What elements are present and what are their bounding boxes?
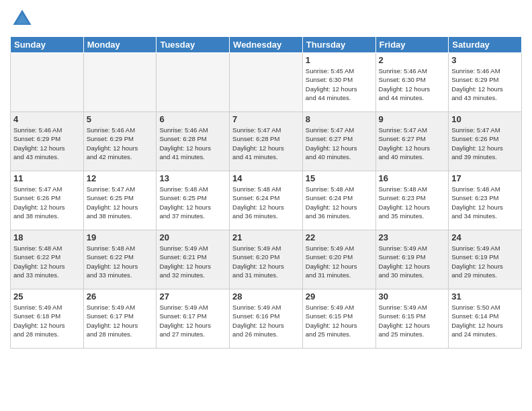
calendar-cell: 23Sunrise: 5:49 AMSunset: 6:19 PMDayligh… — [375, 230, 449, 289]
day-number: 16 — [379, 173, 446, 183]
day-info: Sunrise: 5:45 AMSunset: 6:30 PMDaylight:… — [306, 66, 373, 102]
day-number: 2 — [379, 55, 446, 65]
day-number: 11 — [13, 173, 81, 183]
day-info: Sunrise: 5:48 AMSunset: 6:22 PMDaylight:… — [87, 244, 154, 279]
day-number: 21 — [232, 232, 300, 242]
calendar-week-row: 25Sunrise: 5:49 AMSunset: 6:18 PMDayligh… — [11, 289, 522, 349]
day-number: 20 — [159, 232, 226, 242]
day-number: 3 — [451, 55, 519, 65]
day-info: Sunrise: 5:49 AMSunset: 6:15 PMDaylight:… — [379, 303, 446, 338]
day-info: Sunrise: 5:49 AMSunset: 6:21 PMDaylight:… — [159, 244, 226, 279]
calendar-cell — [11, 53, 84, 112]
calendar-cell: 25Sunrise: 5:49 AMSunset: 6:18 PMDayligh… — [11, 289, 84, 349]
calendar-header-thursday: Thursday — [302, 37, 375, 53]
calendar-cell: 15Sunrise: 5:48 AMSunset: 6:24 PMDayligh… — [302, 171, 375, 230]
day-number: 14 — [232, 173, 300, 183]
day-number: 29 — [306, 291, 373, 302]
calendar-cell: 13Sunrise: 5:48 AMSunset: 6:25 PMDayligh… — [157, 171, 230, 230]
calendar-cell: 21Sunrise: 5:49 AMSunset: 6:20 PMDayligh… — [230, 230, 303, 289]
logo-icon — [10, 7, 34, 31]
calendar-table: SundayMondayTuesdayWednesdayThursdayFrid… — [10, 36, 522, 349]
day-number: 5 — [87, 114, 154, 124]
day-number: 31 — [451, 291, 519, 302]
day-number: 8 — [306, 114, 373, 124]
day-number: 28 — [232, 291, 300, 302]
day-number: 18 — [13, 232, 81, 242]
calendar-cell: 2Sunrise: 5:46 AMSunset: 6:30 PMDaylight… — [375, 53, 449, 112]
calendar-header-monday: Monday — [83, 37, 157, 53]
calendar-cell — [83, 53, 157, 112]
day-info: Sunrise: 5:48 AMSunset: 6:24 PMDaylight:… — [232, 185, 300, 220]
calendar-cell: 14Sunrise: 5:48 AMSunset: 6:24 PMDayligh… — [230, 171, 303, 230]
day-info: Sunrise: 5:48 AMSunset: 6:23 PMDaylight:… — [379, 185, 446, 220]
calendar-cell: 10Sunrise: 5:47 AMSunset: 6:26 PMDayligh… — [449, 112, 522, 171]
day-info: Sunrise: 5:47 AMSunset: 6:26 PMDaylight:… — [451, 126, 519, 161]
day-info: Sunrise: 5:49 AMSunset: 6:15 PMDaylight:… — [306, 303, 373, 338]
day-number: 27 — [159, 291, 226, 302]
day-number: 9 — [379, 114, 446, 124]
calendar-week-row: 11Sunrise: 5:47 AMSunset: 6:26 PMDayligh… — [11, 171, 522, 230]
calendar-cell: 5Sunrise: 5:46 AMSunset: 6:29 PMDaylight… — [83, 112, 157, 171]
day-info: Sunrise: 5:47 AMSunset: 6:27 PMDaylight:… — [379, 126, 446, 161]
day-number: 4 — [13, 114, 81, 124]
day-info: Sunrise: 5:46 AMSunset: 6:28 PMDaylight:… — [159, 126, 226, 161]
calendar-cell: 24Sunrise: 5:49 AMSunset: 6:19 PMDayligh… — [449, 230, 522, 289]
calendar-cell: 16Sunrise: 5:48 AMSunset: 6:23 PMDayligh… — [375, 171, 449, 230]
calendar-cell: 30Sunrise: 5:49 AMSunset: 6:15 PMDayligh… — [375, 289, 449, 349]
day-info: Sunrise: 5:47 AMSunset: 6:27 PMDaylight:… — [306, 126, 373, 161]
day-info: Sunrise: 5:48 AMSunset: 6:23 PMDaylight:… — [451, 185, 519, 220]
calendar-cell: 11Sunrise: 5:47 AMSunset: 6:26 PMDayligh… — [11, 171, 84, 230]
calendar-cell: 12Sunrise: 5:47 AMSunset: 6:25 PMDayligh… — [83, 171, 157, 230]
calendar-cell: 20Sunrise: 5:49 AMSunset: 6:21 PMDayligh… — [157, 230, 230, 289]
calendar-cell: 29Sunrise: 5:49 AMSunset: 6:15 PMDayligh… — [302, 289, 375, 349]
calendar-week-row: 18Sunrise: 5:48 AMSunset: 6:22 PMDayligh… — [11, 230, 522, 289]
calendar-header-sunday: Sunday — [11, 37, 84, 53]
day-info: Sunrise: 5:49 AMSunset: 6:19 PMDaylight:… — [379, 244, 446, 279]
calendar-cell: 28Sunrise: 5:49 AMSunset: 6:16 PMDayligh… — [230, 289, 303, 349]
page-container: SundayMondayTuesdayWednesdayThursdayFrid… — [0, 0, 532, 411]
day-number: 26 — [87, 291, 154, 302]
day-number: 17 — [451, 173, 519, 183]
day-info: Sunrise: 5:49 AMSunset: 6:17 PMDaylight:… — [87, 303, 154, 338]
day-info: Sunrise: 5:46 AMSunset: 6:30 PMDaylight:… — [379, 66, 446, 102]
calendar-cell: 4Sunrise: 5:46 AMSunset: 6:29 PMDaylight… — [11, 112, 84, 171]
calendar-week-row: 1Sunrise: 5:45 AMSunset: 6:30 PMDaylight… — [11, 53, 522, 112]
calendar-header-friday: Friday — [375, 37, 449, 53]
day-info: Sunrise: 5:46 AMSunset: 6:29 PMDaylight:… — [87, 126, 154, 161]
calendar-cell: 22Sunrise: 5:49 AMSunset: 6:20 PMDayligh… — [302, 230, 375, 289]
day-number: 12 — [87, 173, 154, 183]
day-info: Sunrise: 5:47 AMSunset: 6:25 PMDaylight:… — [87, 185, 154, 220]
day-number: 30 — [379, 291, 446, 302]
calendar-cell: 7Sunrise: 5:47 AMSunset: 6:28 PMDaylight… — [230, 112, 303, 171]
header — [10, 7, 522, 31]
calendar-cell: 26Sunrise: 5:49 AMSunset: 6:17 PMDayligh… — [83, 289, 157, 349]
calendar-cell: 17Sunrise: 5:48 AMSunset: 6:23 PMDayligh… — [449, 171, 522, 230]
day-info: Sunrise: 5:46 AMSunset: 6:29 PMDaylight:… — [13, 126, 81, 161]
calendar-header-saturday: Saturday — [449, 37, 522, 53]
calendar-cell: 31Sunrise: 5:50 AMSunset: 6:14 PMDayligh… — [449, 289, 522, 349]
day-info: Sunrise: 5:49 AMSunset: 6:16 PMDaylight:… — [232, 303, 300, 338]
day-number: 10 — [451, 114, 519, 124]
logo — [10, 7, 37, 31]
day-info: Sunrise: 5:49 AMSunset: 6:18 PMDaylight:… — [13, 303, 81, 338]
day-info: Sunrise: 5:49 AMSunset: 6:20 PMDaylight:… — [306, 244, 373, 279]
day-number: 23 — [379, 232, 446, 242]
day-number: 13 — [159, 173, 226, 183]
day-info: Sunrise: 5:46 AMSunset: 6:29 PMDaylight:… — [451, 66, 519, 102]
calendar-cell: 9Sunrise: 5:47 AMSunset: 6:27 PMDaylight… — [375, 112, 449, 171]
calendar-cell: 27Sunrise: 5:49 AMSunset: 6:17 PMDayligh… — [157, 289, 230, 349]
calendar-cell: 19Sunrise: 5:48 AMSunset: 6:22 PMDayligh… — [83, 230, 157, 289]
calendar-cell — [230, 53, 303, 112]
calendar-cell: 6Sunrise: 5:46 AMSunset: 6:28 PMDaylight… — [157, 112, 230, 171]
calendar-cell — [157, 53, 230, 112]
calendar-cell: 8Sunrise: 5:47 AMSunset: 6:27 PMDaylight… — [302, 112, 375, 171]
calendar-header-tuesday: Tuesday — [157, 37, 230, 53]
day-info: Sunrise: 5:47 AMSunset: 6:26 PMDaylight:… — [13, 185, 81, 220]
day-number: 7 — [232, 114, 300, 124]
day-info: Sunrise: 5:48 AMSunset: 6:24 PMDaylight:… — [306, 185, 373, 220]
day-info: Sunrise: 5:49 AMSunset: 6:19 PMDaylight:… — [451, 244, 519, 279]
day-info: Sunrise: 5:49 AMSunset: 6:20 PMDaylight:… — [232, 244, 300, 279]
day-info: Sunrise: 5:47 AMSunset: 6:28 PMDaylight:… — [232, 126, 300, 161]
day-number: 22 — [306, 232, 373, 242]
day-info: Sunrise: 5:48 AMSunset: 6:22 PMDaylight:… — [13, 244, 81, 279]
